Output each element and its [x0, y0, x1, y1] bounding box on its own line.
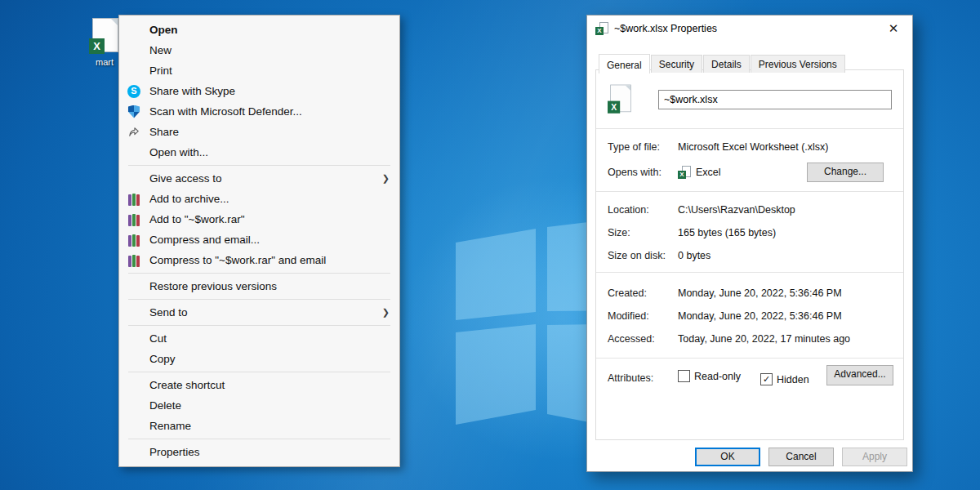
- winrar-icon: [127, 254, 140, 267]
- info-label: Location:: [608, 204, 678, 216]
- menu-item-give-access-to[interactable]: Give access to❯: [119, 168, 399, 189]
- checkbox-box[interactable]: ✓: [760, 373, 773, 385]
- info-value: C:\Users\Razvan\Desktop: [678, 204, 795, 216]
- info-section: Type of file:Microsoft Excel Worksheet (…: [596, 129, 903, 192]
- winrar-icon: [127, 193, 140, 206]
- info-row-accessed: Accessed:Today, June 20, 2022, 17 minute…: [608, 327, 892, 350]
- info-value: Excel: [696, 167, 721, 178]
- menu-item-label: Restore previous versions: [149, 280, 277, 292]
- menu-item-compress-to-work-rar-and-email[interactable]: Compress to "~$work.rar" and email: [119, 250, 399, 270]
- attributes-label: Attributes:: [608, 372, 678, 384]
- menu-icon-column: [127, 193, 149, 206]
- menu-item-add-to-work-rar[interactable]: Add to "~$work.rar": [119, 209, 399, 229]
- menu-icon-column: [127, 126, 149, 139]
- winrar-icon: [127, 213, 140, 226]
- info-row-created: Created:Monday, June 20, 2022, 5:36:46 P…: [608, 282, 892, 305]
- ok-button[interactable]: OK: [695, 448, 760, 466]
- menu-item-add-to-archive[interactable]: Add to archive...: [119, 189, 399, 209]
- filename-row: X: [596, 70, 903, 129]
- cancel-button[interactable]: Cancel: [768, 448, 834, 466]
- skype-icon: S: [127, 85, 140, 98]
- menu-item-label: Delete: [149, 399, 181, 412]
- winrar-icon: [127, 234, 140, 247]
- menu-item-share-with-skype[interactable]: SShare with Skype: [119, 81, 399, 101]
- info-row-modified: Modified:Monday, June 20, 2022, 5:36:46 …: [608, 305, 892, 327]
- menu-item-label: Scan with Microsoft Defender...: [149, 105, 302, 118]
- menu-item-label: Send to: [149, 306, 188, 318]
- menu-separator: [128, 165, 390, 166]
- attributes-checkboxes: Read-only✓Hidden: [678, 370, 829, 385]
- menu-item-print[interactable]: Print: [119, 60, 399, 81]
- menu-item-label: New: [149, 44, 172, 56]
- info-value: Monday, June 20, 2022, 5:36:46 PM: [678, 310, 842, 322]
- defender-icon: [127, 105, 140, 118]
- tab-previous-versions[interactable]: Previous Versions: [751, 55, 845, 73]
- info-value: Microsoft Excel Worksheet (.xlsx): [678, 141, 829, 153]
- advanced-button[interactable]: Advanced...: [826, 365, 893, 385]
- checkbox-box[interactable]: [678, 370, 690, 382]
- menu-item-restore-previous-versions[interactable]: Restore previous versions: [119, 276, 399, 296]
- menu-item-label: Open with...: [149, 146, 208, 158]
- tab-details[interactable]: Details: [703, 55, 750, 73]
- menu-item-label: Compress to "~$work.rar" and email: [149, 254, 326, 266]
- menu-item-send-to[interactable]: Send to❯: [119, 302, 399, 323]
- submenu-chevron-icon: ❯: [382, 173, 390, 184]
- close-icon[interactable]: ✕: [878, 17, 909, 40]
- menu-item-compress-and-email[interactable]: Compress and email...: [119, 229, 399, 250]
- menu-item-label: Properties: [149, 446, 200, 458]
- menu-item-copy[interactable]: Copy: [119, 349, 399, 369]
- menu-icon-column: [127, 213, 149, 226]
- menu-icon-column: S: [127, 85, 149, 98]
- info-section: Created:Monday, June 20, 2022, 5:36:46 P…: [596, 273, 903, 359]
- tab-security[interactable]: Security: [651, 55, 702, 73]
- menu-separator: [128, 299, 390, 300]
- info-label: Type of file:: [608, 141, 678, 153]
- menu-icon-column: [127, 234, 149, 247]
- info-label: Modified:: [608, 310, 678, 322]
- share-icon: [127, 126, 140, 139]
- menu-separator: [128, 325, 390, 326]
- menu-item-cut[interactable]: Cut: [119, 328, 399, 349]
- menu-item-open[interactable]: Open: [119, 20, 399, 40]
- attributes-row: Attributes: Read-only✓Hidden Advanced...: [596, 359, 903, 385]
- info-row-location: Location:C:\Users\Razvan\Desktop: [608, 198, 892, 221]
- menu-item-label: Print: [149, 65, 172, 77]
- dialog-title: ~$work.xlsx Properties: [614, 23, 717, 34]
- info-row-type-of-file: Type of file:Microsoft Excel Worksheet (…: [608, 136, 892, 158]
- menu-item-new[interactable]: New: [119, 40, 399, 60]
- file-fold-shape: [111, 19, 118, 25]
- menu-item-label: Open: [149, 24, 178, 36]
- menu-separator: [128, 439, 390, 439]
- info-value: 165 bytes (165 bytes): [678, 227, 776, 238]
- menu-item-label: Copy: [149, 353, 176, 365]
- info-row-size: Size:165 bytes (165 bytes): [608, 221, 892, 244]
- info-label: Created:: [608, 287, 678, 299]
- menu-item-rename[interactable]: Rename: [119, 416, 399, 436]
- dialog-sections: Type of file:Microsoft Excel Worksheet (…: [596, 129, 903, 359]
- properties-dialog: X ~$work.xlsx Properties ✕ GeneralSecuri…: [586, 15, 913, 472]
- info-value: Today, June 20, 2022, 17 minutes ago: [678, 333, 850, 345]
- dialog-tabs: GeneralSecurityDetailsPrevious Versions: [599, 53, 846, 73]
- excel-icon: X: [595, 22, 608, 35]
- menu-item-label: Share: [149, 126, 179, 138]
- menu-item-share[interactable]: Share: [119, 122, 399, 142]
- dialog-titlebar[interactable]: X ~$work.xlsx Properties ✕: [587, 16, 912, 42]
- menu-separator: [128, 372, 390, 372]
- menu-item-scan-with-microsoft-defender[interactable]: Scan with Microsoft Defender...: [119, 101, 399, 122]
- menu-item-properties[interactable]: Properties: [119, 442, 399, 462]
- checkbox-hidden[interactable]: ✓Hidden: [760, 373, 809, 385]
- checkbox-read-only[interactable]: Read-only: [678, 370, 741, 382]
- menu-item-label: Add to archive...: [149, 193, 229, 205]
- change-button[interactable]: Change...: [807, 163, 884, 182]
- menu-icon-column: [127, 105, 149, 118]
- filename-input[interactable]: [658, 90, 892, 109]
- menu-separator: [128, 273, 390, 274]
- menu-item-open-with[interactable]: Open with...: [119, 142, 399, 163]
- menu-item-delete[interactable]: Delete: [119, 395, 399, 416]
- tab-general[interactable]: General: [599, 54, 650, 74]
- info-section: Location:C:\Users\Razvan\DesktopSize:165…: [596, 192, 903, 273]
- menu-item-label: Compress and email...: [149, 234, 260, 246]
- excel-file-icon: X: [89, 18, 120, 56]
- menu-item-create-shortcut[interactable]: Create shortcut: [119, 375, 399, 395]
- menu-icon-column: [127, 254, 149, 267]
